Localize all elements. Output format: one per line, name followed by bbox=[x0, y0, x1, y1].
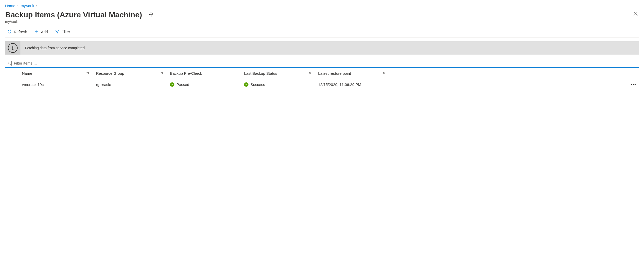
cell-pre-check: Passed bbox=[168, 79, 242, 90]
page-subtitle: myVault bbox=[5, 20, 155, 24]
text-caret bbox=[11, 61, 12, 66]
column-resource-group[interactable]: Resource Group bbox=[93, 68, 168, 79]
sort-icon bbox=[86, 71, 90, 76]
check-circle-icon bbox=[170, 82, 174, 87]
refresh-button[interactable]: Refresh bbox=[6, 29, 28, 34]
backup-items-table: Name Resource Group bbox=[5, 68, 639, 90]
breadcrumb-home[interactable]: Home bbox=[5, 4, 15, 8]
column-lbs-label: Last Backup Status bbox=[244, 71, 277, 76]
column-lrp-label: Latest restore point bbox=[318, 71, 351, 76]
notification-text: Fetching data from service completed. bbox=[20, 41, 90, 55]
breadcrumb: Home › myVault › bbox=[5, 3, 639, 10]
add-button[interactable]: Add bbox=[33, 29, 49, 34]
column-name[interactable]: Name bbox=[19, 68, 93, 79]
cell-name: vmoracle19c bbox=[19, 79, 93, 90]
svg-rect-1 bbox=[150, 14, 153, 15]
sort-icon bbox=[308, 71, 312, 76]
pin-icon[interactable] bbox=[148, 11, 155, 18]
table-row[interactable]: vmoracle19c rg-oracle Passed bbox=[5, 79, 639, 90]
svg-rect-0 bbox=[150, 13, 152, 15]
cell-last-status: Success bbox=[242, 79, 316, 90]
column-restore-point[interactable]: Latest restore point bbox=[316, 68, 390, 79]
last-status-value: Success bbox=[251, 82, 265, 87]
column-actions bbox=[390, 68, 639, 79]
chevron-right-icon: › bbox=[17, 4, 19, 8]
cell-resource-group: rg-oracle bbox=[93, 79, 168, 90]
filter-input[interactable] bbox=[12, 60, 637, 66]
row-more-icon[interactable]: ••• bbox=[631, 82, 636, 87]
check-circle-icon bbox=[244, 82, 248, 87]
filter-label: Filter bbox=[62, 30, 70, 34]
info-icon: i bbox=[8, 43, 18, 53]
search-icon bbox=[7, 61, 11, 65]
filter-input-wrap[interactable] bbox=[5, 59, 639, 68]
toolbar: Refresh Add Filter bbox=[5, 27, 639, 38]
filter-button[interactable]: Filter bbox=[54, 29, 71, 34]
breadcrumb-vault[interactable]: myVault bbox=[21, 4, 34, 8]
add-label: Add bbox=[41, 30, 48, 34]
column-pre-label: Backup Pre-Check bbox=[170, 71, 202, 76]
cell-restore-point: 12/15/2020, 11:06:29 PM bbox=[316, 79, 390, 90]
svg-line-9 bbox=[10, 64, 11, 65]
column-pre-check[interactable]: Backup Pre-Check bbox=[168, 68, 242, 79]
refresh-label: Refresh bbox=[14, 30, 27, 34]
close-icon[interactable] bbox=[632, 10, 639, 17]
sort-icon bbox=[382, 71, 386, 76]
page-title: Backup Items (Azure Virtual Machine) bbox=[5, 10, 142, 19]
column-last-status[interactable]: Last Backup Status bbox=[242, 68, 316, 79]
sort-icon bbox=[160, 71, 164, 76]
column-name-label: Name bbox=[22, 71, 32, 76]
chevron-right-icon: › bbox=[36, 4, 38, 8]
column-spacer bbox=[5, 68, 19, 79]
column-rg-label: Resource Group bbox=[96, 71, 124, 76]
svg-marker-7 bbox=[55, 30, 59, 33]
pre-check-value: Passed bbox=[176, 82, 189, 87]
svg-point-8 bbox=[8, 62, 10, 64]
notification-bar: i Fetching data from service completed. bbox=[5, 41, 639, 55]
